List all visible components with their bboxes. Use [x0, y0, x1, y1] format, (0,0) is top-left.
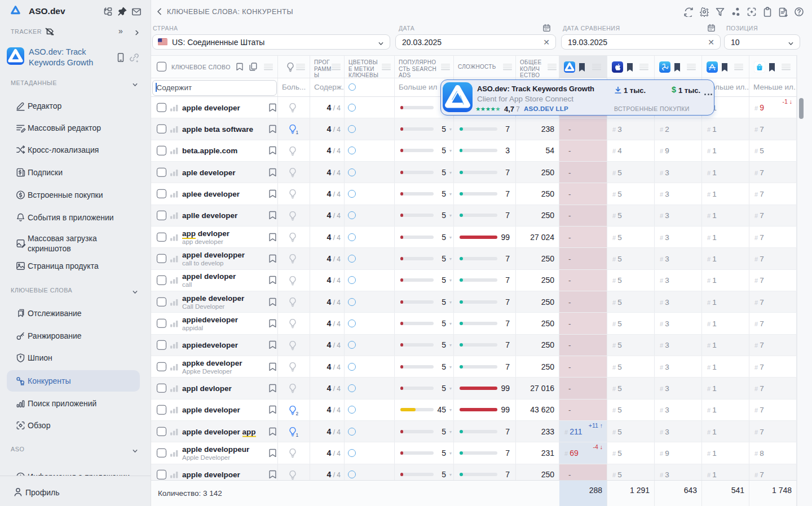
svg-text:1: 1 [296, 432, 299, 437]
svg-text:1: 1 [296, 130, 299, 135]
svg-text:2: 2 [296, 411, 299, 416]
